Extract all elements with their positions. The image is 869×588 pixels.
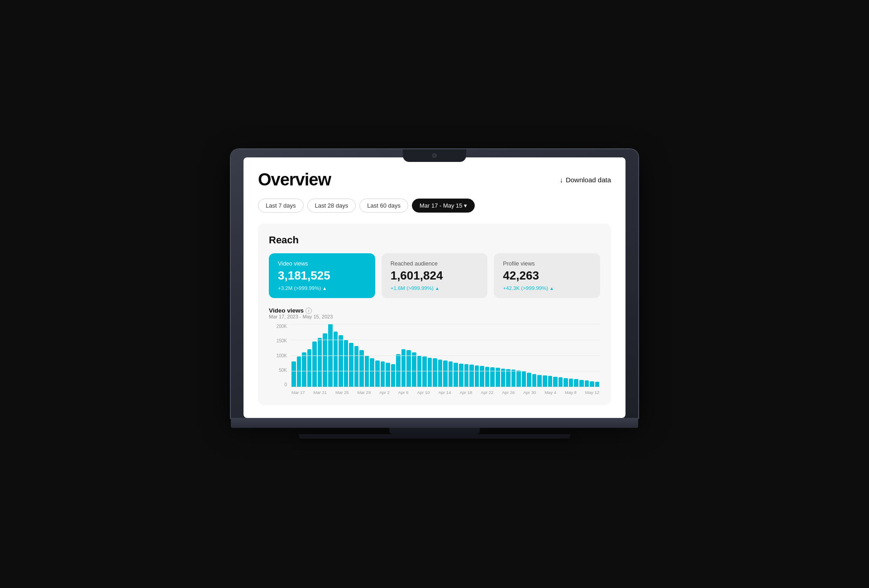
bar-19	[391, 364, 396, 387]
laptop-foot	[299, 434, 570, 439]
video-views-card[interactable]: Video views 3,181,525 +3.2M (>999.99%) ▲	[269, 253, 375, 298]
profile-views-change: +42.3K (>999.99%) ▲	[503, 285, 591, 291]
bar-31	[454, 363, 458, 387]
bar-41	[506, 369, 511, 387]
filter-last-28[interactable]: Last 28 days	[307, 199, 356, 213]
chart-y-axis: 200K 150K 100K 50K 0	[269, 324, 287, 396]
page-header: Overview ↓ Download data	[258, 170, 611, 190]
bar-35	[475, 365, 479, 387]
bars-container	[291, 324, 600, 387]
filter-custom-date[interactable]: Mar 17 - May 15 ▾	[412, 199, 475, 213]
bar-24	[417, 356, 422, 387]
bar-39	[496, 368, 500, 387]
screen-bezel: Overview ↓ Download data Last 7 days Las…	[231, 149, 638, 418]
reached-audience-change-text: +1.6M (>999.99%)	[391, 285, 434, 291]
reached-audience-card[interactable]: Reached audience 1,601,824 +1.6M (>999.9…	[382, 253, 488, 298]
x-label-10: Apr 26	[502, 390, 515, 395]
bar-0	[291, 361, 296, 387]
x-label-4: Apr 2	[379, 390, 390, 395]
bar-32	[459, 364, 463, 387]
bar-57	[590, 381, 594, 387]
bar-53	[569, 379, 573, 387]
bar-1	[297, 356, 301, 387]
bar-50	[553, 377, 558, 387]
reached-audience-label: Reached audience	[391, 261, 479, 267]
video-views-arrow: ▲	[322, 286, 327, 291]
bar-23	[412, 352, 416, 387]
y-label-200k: 200K	[277, 324, 287, 329]
bar-22	[406, 350, 411, 387]
bar-43	[516, 370, 521, 387]
bar-42	[511, 370, 516, 387]
bar-29	[443, 360, 448, 387]
bar-18	[386, 363, 390, 387]
bar-25	[422, 356, 427, 387]
chart-wrapper: 200K 150K 100K 50K 0	[269, 324, 600, 396]
bar-2	[302, 352, 306, 387]
bar-37	[485, 367, 490, 387]
reached-audience-arrow: ▲	[435, 286, 439, 291]
x-label-11: Apr 30	[523, 390, 536, 395]
chart-header: Video views i Mar 17, 2023 - May 15, 202…	[269, 307, 600, 319]
bar-30	[449, 361, 453, 387]
bar-21	[401, 349, 406, 387]
x-label-12: May 4	[544, 390, 556, 395]
bar-48	[543, 375, 547, 387]
reached-audience-value: 1,601,824	[391, 269, 479, 283]
laptop-frame: Overview ↓ Download data Last 7 days Las…	[231, 149, 638, 439]
screen-content: Overview ↓ Download data Last 7 days Las…	[244, 157, 625, 418]
filter-last-7[interactable]: Last 7 days	[258, 199, 304, 213]
bar-27	[433, 358, 437, 387]
x-label-1: Mar 21	[314, 390, 327, 395]
laptop-base	[231, 418, 638, 428]
bar-16	[375, 360, 380, 387]
profile-views-card[interactable]: Profile views 42,263 +42.3K (>999.99%) ▲	[494, 253, 600, 298]
bar-44	[522, 371, 526, 387]
info-icon: i	[306, 308, 312, 314]
bar-40	[501, 369, 506, 387]
bar-17	[381, 361, 385, 387]
bar-13	[359, 350, 364, 387]
bar-14	[365, 356, 369, 387]
video-views-label: Video views	[278, 261, 366, 267]
y-label-0: 0	[284, 382, 287, 387]
y-label-150k: 150K	[277, 338, 287, 343]
bar-56	[585, 380, 589, 387]
laptop-stand	[389, 428, 480, 434]
chevron-down-icon: ▾	[464, 202, 467, 209]
chart-area: Mar 17Mar 21Mar 25Mar 29Apr 2Apr 6Apr 10…	[291, 324, 600, 396]
x-label-6: Apr 10	[417, 390, 430, 395]
profile-views-change-text: +42.3K (>999.99%)	[503, 285, 548, 291]
bar-15	[370, 358, 374, 387]
x-label-7: Apr 14	[438, 390, 451, 395]
chart-date-range: Mar 17, 2023 - May 15, 2023	[269, 314, 600, 319]
y-label-50k: 50K	[279, 368, 287, 373]
bar-36	[480, 366, 484, 387]
chart-title-row: Video views i	[269, 307, 600, 314]
download-label: Download data	[566, 176, 611, 184]
x-label-9: Apr 22	[481, 390, 493, 395]
bar-10	[344, 340, 349, 387]
bar-58	[595, 382, 600, 387]
x-label-14: May 12	[585, 390, 599, 395]
x-axis-labels: Mar 17Mar 21Mar 25Mar 29Apr 2Apr 6Apr 10…	[291, 390, 600, 395]
video-views-change-text: +3.2M (>999.99%)	[278, 285, 321, 291]
bar-4	[312, 341, 317, 387]
bar-12	[354, 346, 359, 387]
metric-cards: Video views 3,181,525 +3.2M (>999.99%) ▲…	[269, 253, 600, 298]
notch	[403, 149, 466, 162]
download-button[interactable]: ↓ Download data	[559, 176, 611, 184]
filter-last-60[interactable]: Last 60 days	[359, 199, 408, 213]
bar-28	[438, 360, 443, 387]
y-label-100k: 100K	[277, 353, 287, 358]
profile-views-arrow: ▲	[549, 286, 554, 291]
date-range-label: Mar 17 - May 15	[420, 202, 463, 209]
bar-8	[334, 332, 338, 387]
x-label-13: May 8	[565, 390, 577, 395]
bar-3	[307, 349, 312, 387]
grid-line-top	[291, 324, 600, 324]
profile-views-value: 42,263	[503, 269, 591, 283]
reach-title: Reach	[269, 234, 600, 246]
bar-20	[396, 354, 401, 387]
bar-46	[532, 374, 537, 387]
